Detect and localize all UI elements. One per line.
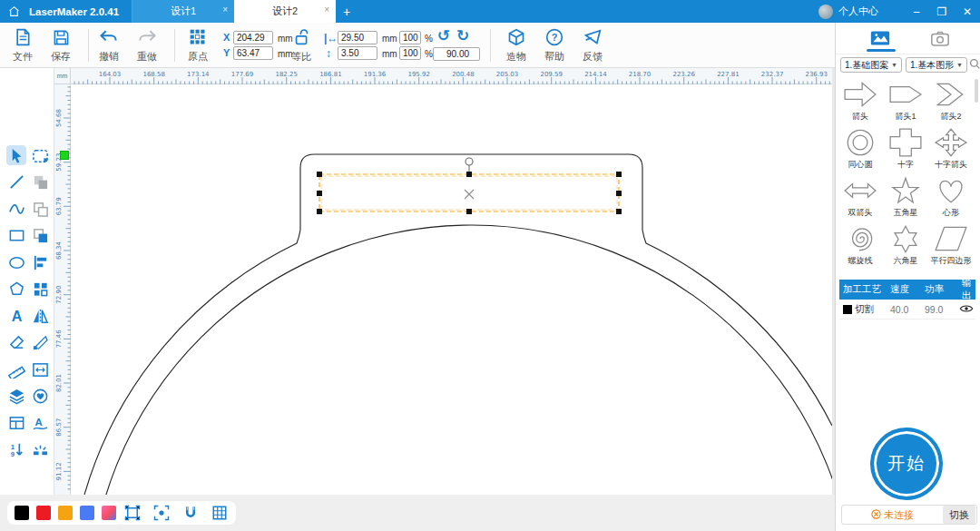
category-dropdown[interactable]: 1.基础图案▼ xyxy=(840,57,902,73)
rotate-ccw-icon[interactable]: ↺ xyxy=(437,26,450,45)
swatch-black[interactable] xyxy=(15,506,29,520)
rotate-cw-icon[interactable]: ↻ xyxy=(456,26,469,45)
tab-design1-close-icon[interactable]: × xyxy=(222,5,228,15)
create-button[interactable]: 造物 xyxy=(499,26,534,64)
file-icon xyxy=(5,26,40,48)
height-percent-input[interactable]: 100 xyxy=(399,46,421,60)
rotation-handle[interactable] xyxy=(466,158,473,165)
tab-camera[interactable] xyxy=(926,28,954,48)
ribbon-toolbar: 文件 保存 撤销 重做 原点 X 204.29 mm Y 63.47 mm 等比… xyxy=(0,23,835,68)
layers-tool-icon[interactable] xyxy=(6,387,26,407)
measure-tool-icon[interactable] xyxy=(6,359,26,379)
shape-parallelogram[interactable]: 平行四边形 xyxy=(928,221,974,270)
magnet-snap-icon[interactable] xyxy=(181,504,200,522)
node-edit-tool-icon[interactable] xyxy=(30,333,50,353)
tab-design2[interactable]: 设计2 × xyxy=(234,0,336,23)
grid-toggle-icon[interactable] xyxy=(211,504,229,522)
height-input[interactable]: 3.50 xyxy=(338,46,377,60)
feedback-button[interactable]: 反馈 xyxy=(575,26,610,64)
help-button[interactable]: ? 帮助 xyxy=(537,26,572,64)
marquee-select-tool-icon[interactable] xyxy=(30,145,50,165)
ellipse-tool-icon[interactable] xyxy=(6,252,26,272)
sort-tool-icon[interactable]: 19 xyxy=(6,440,26,460)
select-tool-icon[interactable] xyxy=(6,145,26,165)
subtract-tool-icon[interactable] xyxy=(30,199,50,219)
search-icon[interactable] xyxy=(969,58,980,72)
file-button[interactable]: 文件 xyxy=(5,26,40,64)
swatch-blue[interactable] xyxy=(80,506,94,520)
table-tool-icon[interactable] xyxy=(6,413,26,433)
ring-outer-path-with-tab[interactable] xyxy=(84,154,832,495)
polygon-tool-icon[interactable] xyxy=(6,280,26,300)
shape-arrow2[interactable]: 箭头2 xyxy=(928,77,974,125)
origin-button[interactable]: 原点 xyxy=(181,26,215,64)
redo-button[interactable]: 重做 xyxy=(130,26,164,64)
eraser-tool-icon[interactable] xyxy=(6,333,26,353)
app-title: LaserMaker 2.0.41 xyxy=(27,0,132,23)
selection-handles[interactable] xyxy=(317,172,622,214)
start-button-label: 开始 xyxy=(887,452,926,476)
weld-tool-icon[interactable] xyxy=(30,440,50,460)
connection-status: 未连接 xyxy=(842,508,943,522)
rotate-angle-input[interactable]: 90.00 xyxy=(433,47,480,61)
frame-select-icon[interactable] xyxy=(123,504,142,522)
tab-gallery[interactable] xyxy=(867,28,894,48)
shape-arrow[interactable]: 箭头 xyxy=(838,77,883,125)
process-row-cut[interactable]: 切割 40.0 99.0 xyxy=(839,300,975,320)
mirror-tool-icon[interactable] xyxy=(30,306,50,326)
tab-design2-close-icon[interactable]: × xyxy=(324,5,329,15)
stamp-tool-icon[interactable] xyxy=(30,387,50,407)
shape-star5[interactable]: 五角星 xyxy=(883,173,928,221)
text-tool-icon[interactable]: A xyxy=(6,306,26,326)
shape-star6[interactable]: 六角星 xyxy=(883,221,928,270)
svg-text:173.14: 173.14 xyxy=(187,71,210,78)
aspect-ratio-lock-button[interactable]: 等比 xyxy=(284,26,318,64)
array-tool-icon[interactable] xyxy=(30,280,50,300)
undo-button[interactable]: 撤销 xyxy=(92,26,126,64)
close-button[interactable]: ✕ xyxy=(955,0,980,23)
process-power[interactable]: 99.0 xyxy=(925,304,957,315)
dimension-tool-icon[interactable] xyxy=(30,359,50,379)
output-eye-icon[interactable] xyxy=(957,303,975,316)
layer-color-swatch[interactable] xyxy=(843,305,852,314)
avatar[interactable] xyxy=(818,5,833,19)
subcategory-dropdown[interactable]: 1.基本图形▼ xyxy=(906,57,967,73)
text-path-tool-icon[interactable]: A xyxy=(30,413,50,433)
tab-design1-label: 设计1 xyxy=(171,5,196,18)
swatch-red[interactable] xyxy=(36,506,51,520)
user-center-label[interactable]: 个人中心 xyxy=(838,5,878,18)
rectangle-tool-icon[interactable] xyxy=(6,226,26,246)
swatch-gradient[interactable] xyxy=(102,506,116,520)
design-canvas[interactable] xyxy=(71,84,832,495)
swatch-orange[interactable] xyxy=(58,506,73,520)
intersect-tool-icon[interactable] xyxy=(30,226,50,246)
x-input[interactable]: 204.29 xyxy=(233,31,273,44)
tab-design1[interactable]: 设计1 × xyxy=(132,0,234,23)
start-button[interactable]: 开始 xyxy=(870,428,943,500)
fit-view-icon[interactable] xyxy=(152,504,171,522)
shape-arrow1[interactable]: 箭头1 xyxy=(883,77,928,125)
shape-double-arrow[interactable]: 双箭头 xyxy=(838,173,883,221)
process-speed[interactable]: 40.0 xyxy=(890,304,925,315)
save-button[interactable]: 保存 xyxy=(44,26,78,64)
y-input[interactable]: 63.47 xyxy=(233,46,273,60)
ring-inner-circle[interactable] xyxy=(89,225,832,495)
home-icon[interactable] xyxy=(0,0,27,23)
curve-tool-icon[interactable] xyxy=(6,199,26,219)
shape-concentric-circle[interactable]: 同心圆 xyxy=(838,125,883,173)
shape-cross-arrow[interactable]: 十字箭头 xyxy=(928,125,974,173)
minimize-button[interactable]: – xyxy=(904,0,929,23)
union-tool-icon[interactable] xyxy=(30,172,50,192)
width-input[interactable]: 29.50 xyxy=(338,31,377,44)
shapes-scrollbar[interactable] xyxy=(975,79,978,103)
shape-heart[interactable]: 心形 xyxy=(928,173,974,221)
shape-spiral[interactable]: 螺旋线 xyxy=(838,221,883,270)
align-tool-icon[interactable] xyxy=(30,252,50,272)
maximize-button[interactable]: ❐ xyxy=(929,0,955,23)
new-tab-button[interactable]: + xyxy=(336,0,358,23)
shape-cross[interactable]: 十字 xyxy=(883,125,928,173)
selection-box[interactable] xyxy=(317,158,622,214)
line-tool-icon[interactable] xyxy=(6,172,26,192)
width-percent-input[interactable]: 100 xyxy=(399,31,421,44)
switch-device-button[interactable]: 切换 xyxy=(943,506,975,524)
